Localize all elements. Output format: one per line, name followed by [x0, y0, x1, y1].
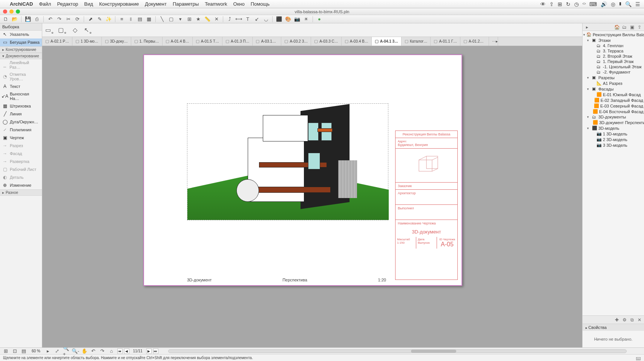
tree-arrow-icon[interactable]: ▾	[583, 33, 585, 37]
guide-icon[interactable]: ▾	[177, 16, 184, 23]
nav-project-icon[interactable]: 🏠	[614, 24, 620, 30]
drawing-canvas[interactable]: 3D-документ Перспектива 1:20 Реконструкц…	[42, 46, 582, 347]
tree-arrow-icon[interactable]: ▾	[587, 87, 591, 91]
properties-header[interactable]: ▸ Свойства	[583, 324, 644, 331]
view-tab[interactable]: ▢A-03.4 В…	[342, 37, 372, 46]
menu-edit[interactable]: Редактор	[57, 1, 78, 7]
tool-item[interactable]: →Разрез	[0, 142, 42, 150]
camera-icon[interactable]: 📷	[294, 16, 301, 23]
menu-design[interactable]: Конструирование	[99, 1, 139, 7]
view-tab[interactable]: ▢A-01.5 Т…	[193, 37, 222, 46]
label-icon[interactable]: ↙	[253, 16, 260, 23]
view-tab[interactable]: ▢Каталог…	[402, 37, 431, 46]
close-button[interactable]	[3, 9, 7, 14]
sun-icon[interactable]: ☀	[303, 16, 310, 23]
menu-document[interactable]: Документ	[145, 1, 167, 7]
nav-popup-icon[interactable]: ▸	[584, 24, 590, 30]
tree-arrow-icon[interactable]: ▾	[587, 76, 591, 80]
nav-view-icon[interactable]: 🗂	[621, 24, 627, 30]
save-icon[interactable]: 💾	[25, 16, 31, 23]
tool-item[interactable]: ⟋Полилиния	[0, 126, 42, 134]
view-options-icon[interactable]: ⊞	[2, 348, 9, 355]
nav-elevation[interactable]: 🟧E-01 Южный Фасад	[583, 92, 644, 97]
navigator-tree[interactable]: ▾🏠Реконструкция Виллы Balassa▾▣Этажи🗂4. …	[583, 31, 644, 315]
prev-page-button[interactable]: ◀	[124, 349, 129, 354]
measure-icon[interactable]: 📏	[204, 16, 211, 23]
app-name[interactable]: ArchiCAD	[10, 1, 33, 7]
snap-icon[interactable]: ⊞	[186, 16, 193, 23]
nav-model[interactable]: 📷3 3D-модель	[583, 142, 644, 148]
menu-help[interactable]: Помощь	[251, 1, 270, 7]
render-icon[interactable]: 🎨	[285, 16, 291, 23]
view-tab[interactable]: ▢A-03.3 С…	[311, 37, 341, 46]
tool-item[interactable]: →Фасад	[0, 150, 42, 158]
nav-model[interactable]: 📷2 3D-модель	[583, 137, 644, 142]
tool-item[interactable]: ▢Рабочий Лист	[0, 166, 42, 174]
status-eye-icon[interactable]: 👁	[540, 1, 546, 7]
status-clock-icon[interactable]: ◷	[574, 1, 579, 7]
grid-icon[interactable]: ▦	[146, 16, 152, 23]
undo-icon[interactable]: ↶	[47, 16, 54, 23]
nav-3dmodel[interactable]: ▾⬛3D-модель	[583, 125, 644, 131]
nav-elevation[interactable]: 🟧E-03 Северный Фасад	[583, 103, 644, 109]
nav-layout-icon[interactable]: ▣	[629, 24, 635, 30]
close-panel-icon[interactable]: ✕	[213, 16, 220, 23]
zoom-value[interactable]: 60 %	[29, 349, 43, 353]
first-page-button[interactable]: ⏮	[117, 349, 123, 354]
status-grid-icon[interactable]: ⊞	[558, 1, 562, 7]
ib-layer-icon[interactable]: ◇	[71, 26, 79, 34]
nav-story[interactable]: 🗂1. Первый Этаж	[583, 59, 644, 64]
view-tab[interactable]: ▢A-03.1…	[253, 37, 281, 46]
zoom-in-icon[interactable]: 🔍+	[63, 348, 70, 355]
nav-stories[interactable]: ▾▣Этажи	[583, 37, 644, 43]
prev-zoom-icon[interactable]: ↶	[90, 348, 97, 355]
nav-publisher-icon[interactable]: ⇪	[636, 24, 642, 30]
nav-story[interactable]: 🗂-2. Фундамент	[583, 69, 644, 75]
minimize-button[interactable]	[9, 9, 14, 14]
arc-icon[interactable]: ◡	[262, 16, 269, 23]
eyedrop-icon[interactable]: ✎	[96, 16, 103, 23]
status-drive-icon[interactable]: 🖴	[636, 355, 641, 361]
tabs-overflow-button[interactable]: ⋯▸	[489, 37, 498, 46]
tool-item[interactable]: ▣Чертеж	[0, 134, 42, 142]
menu-file[interactable]: Файл	[39, 1, 51, 7]
nav-3ddoc[interactable]: 🟧3D-документ Перспектива	[583, 120, 644, 125]
nav-story[interactable]: 🗂4. Генплан	[583, 43, 644, 48]
nav-copy-icon[interactable]: ⧉	[629, 317, 635, 323]
tool-marquee[interactable]: ▭ Бегущая Рамка	[0, 38, 42, 46]
nav-settings-icon[interactable]: ⚙	[621, 317, 627, 323]
nav-elevation[interactable]: 🟧E-02 Западный Фасад	[583, 97, 644, 103]
open-file-icon[interactable]: 📂	[11, 16, 18, 23]
status-menu-icon[interactable]: ☰	[635, 1, 640, 7]
picker-icon[interactable]: ⬈	[87, 16, 94, 23]
tool-item[interactable]: ╱Линия	[0, 110, 42, 118]
dim-icon[interactable]: ⟷	[235, 16, 242, 23]
tree-arrow-icon[interactable]: ▾	[587, 115, 591, 119]
nav-story[interactable]: 🗂2. Второй Этаж	[583, 54, 644, 59]
refresh-icon[interactable]: ⟳	[74, 16, 81, 23]
zoom-dropdown-icon[interactable]: ▸	[45, 348, 52, 355]
next-zoom-icon[interactable]: ↷	[99, 348, 106, 355]
box-icon[interactable]: ▢	[168, 16, 175, 23]
nav-3ddocs[interactable]: ▾🗂3D-документы	[583, 114, 644, 120]
nav-sections[interactable]: ▾▣Разрезы	[583, 75, 644, 80]
group-misc[interactable]: ▸Разное	[0, 189, 42, 196]
align-icon[interactable]: ≡	[118, 16, 125, 23]
favorite-icon[interactable]: ★	[195, 16, 202, 23]
nav-model[interactable]: 📷1 3D-модель	[583, 131, 644, 137]
next-page-button[interactable]: ▶	[146, 349, 152, 354]
ib-construction-icon[interactable]: ▢˳	[58, 26, 66, 34]
nav-section[interactable]: 📐A1 Разрез	[583, 80, 644, 86]
status-wifi-icon[interactable]: ⌔	[583, 1, 586, 7]
last-page-button[interactable]: ⏭	[153, 349, 158, 354]
tree-arrow-icon[interactable]: ▾	[587, 126, 591, 130]
status-lang-icon[interactable]: ⌨	[589, 1, 597, 7]
line-icon[interactable]: ╲	[159, 16, 166, 23]
tree-arrow-icon[interactable]: ▾	[587, 38, 591, 42]
nav-root[interactable]: ▾🏠Реконструкция Виллы Balassa	[583, 32, 644, 37]
new-file-icon[interactable]: 🗋	[2, 16, 9, 23]
nav-delete-icon[interactable]: ✕	[636, 317, 642, 323]
zoom-out-icon[interactable]: 🔍-	[72, 348, 79, 355]
tool-item[interactable]: ◯Дуга/Окружн…	[0, 118, 42, 126]
menu-options[interactable]: Параметры	[173, 1, 199, 7]
